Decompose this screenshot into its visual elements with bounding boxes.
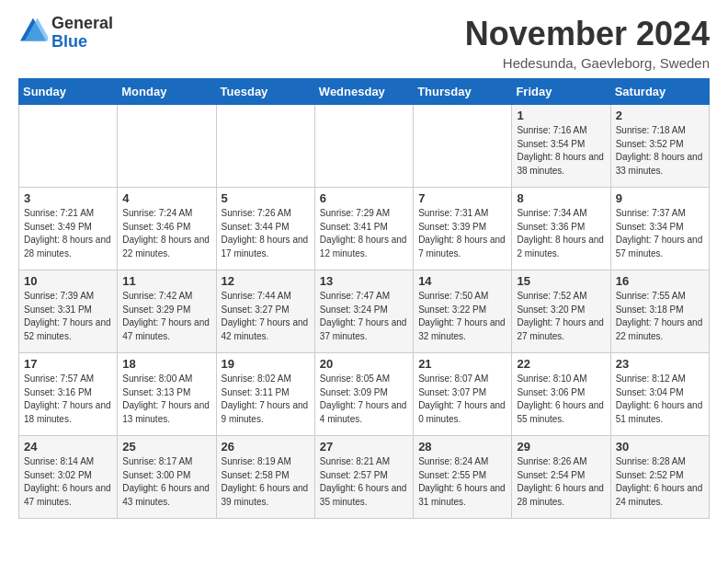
cell-info: Sunrise: 8:21 AM Sunset: 2:57 PM Dayligh… — [320, 455, 408, 509]
day-number: 26 — [222, 440, 310, 454]
day-number: 7 — [418, 191, 506, 205]
cell-info: Sunrise: 8:14 AM Sunset: 3:02 PM Dayligh… — [24, 455, 112, 509]
calendar-cell: 26Sunrise: 8:19 AM Sunset: 2:58 PM Dayli… — [216, 436, 314, 519]
day-number: 16 — [616, 274, 704, 288]
cell-info: Sunrise: 8:19 AM Sunset: 2:58 PM Dayligh… — [222, 455, 310, 509]
calendar-cell: 16Sunrise: 7:55 AM Sunset: 3:18 PM Dayli… — [610, 270, 709, 353]
month-title: November 2024 — [465, 15, 710, 53]
day-header-sunday: Sunday — [19, 79, 118, 105]
cell-info: Sunrise: 7:39 AM Sunset: 3:31 PM Dayligh… — [24, 290, 112, 343]
calendar-cell: 23Sunrise: 8:12 AM Sunset: 3:04 PM Dayli… — [610, 353, 709, 436]
day-number: 27 — [320, 440, 408, 454]
logo-general: General — [51, 15, 113, 33]
day-number: 22 — [517, 357, 605, 371]
calendar-cell: 5Sunrise: 7:26 AM Sunset: 3:44 PM Daylig… — [216, 188, 314, 270]
day-number: 28 — [418, 440, 506, 454]
calendar-cell: 28Sunrise: 8:24 AM Sunset: 2:55 PM Dayli… — [414, 436, 512, 519]
cell-info: Sunrise: 8:24 AM Sunset: 2:55 PM Dayligh… — [418, 455, 506, 509]
calendar-cell — [314, 105, 413, 188]
cell-info: Sunrise: 7:52 AM Sunset: 3:20 PM Dayligh… — [517, 290, 605, 343]
cell-info: Sunrise: 8:17 AM Sunset: 3:00 PM Dayligh… — [122, 455, 210, 509]
day-number: 6 — [320, 191, 408, 205]
day-number: 15 — [517, 274, 605, 288]
calendar-cell — [414, 105, 512, 188]
cell-info: Sunrise: 8:02 AM Sunset: 3:11 PM Dayligh… — [222, 373, 310, 426]
calendar-cell: 12Sunrise: 7:44 AM Sunset: 3:27 PM Dayli… — [216, 270, 314, 353]
calendar-cell: 21Sunrise: 8:07 AM Sunset: 3:07 PM Dayli… — [414, 353, 512, 436]
calendar-table: SundayMondayTuesdayWednesdayThursdayFrid… — [18, 78, 710, 519]
calendar-cell: 18Sunrise: 8:00 AM Sunset: 3:13 PM Dayli… — [118, 353, 216, 436]
cell-info: Sunrise: 7:21 AM Sunset: 3:49 PM Dayligh… — [24, 207, 112, 260]
day-header-saturday: Saturday — [610, 79, 709, 105]
calendar-cell: 6Sunrise: 7:29 AM Sunset: 3:41 PM Daylig… — [314, 188, 413, 270]
cell-info: Sunrise: 7:18 AM Sunset: 3:52 PM Dayligh… — [616, 124, 704, 178]
logo-icon — [18, 17, 48, 42]
calendar-cell: 11Sunrise: 7:42 AM Sunset: 3:29 PM Dayli… — [118, 270, 216, 353]
day-header-tuesday: Tuesday — [216, 79, 314, 105]
day-number: 2 — [616, 109, 704, 122]
calendar-cell: 4Sunrise: 7:24 AM Sunset: 3:46 PM Daylig… — [118, 188, 216, 270]
calendar-cell: 13Sunrise: 7:47 AM Sunset: 3:24 PM Dayli… — [314, 270, 413, 353]
cell-info: Sunrise: 8:07 AM Sunset: 3:07 PM Dayligh… — [418, 373, 506, 426]
cell-info: Sunrise: 7:55 AM Sunset: 3:18 PM Dayligh… — [616, 290, 704, 343]
cell-info: Sunrise: 7:26 AM Sunset: 3:44 PM Dayligh… — [222, 207, 310, 260]
day-number: 10 — [24, 274, 112, 288]
calendar-cell — [216, 105, 314, 188]
cell-info: Sunrise: 8:10 AM Sunset: 3:06 PM Dayligh… — [517, 373, 605, 426]
day-number: 9 — [616, 191, 704, 205]
page-header: General Blue November 2024 Hedesunda, Ga… — [18, 15, 710, 71]
cell-info: Sunrise: 7:47 AM Sunset: 3:24 PM Dayligh… — [320, 290, 408, 343]
calendar-cell: 2Sunrise: 7:18 AM Sunset: 3:52 PM Daylig… — [610, 105, 709, 188]
cell-info: Sunrise: 7:57 AM Sunset: 3:16 PM Dayligh… — [24, 373, 112, 426]
cell-info: Sunrise: 7:44 AM Sunset: 3:27 PM Dayligh… — [222, 290, 310, 343]
calendar-cell: 22Sunrise: 8:10 AM Sunset: 3:06 PM Dayli… — [512, 353, 610, 436]
cell-info: Sunrise: 8:05 AM Sunset: 3:09 PM Dayligh… — [320, 373, 408, 426]
calendar-cell: 24Sunrise: 8:14 AM Sunset: 3:02 PM Dayli… — [19, 436, 118, 519]
cell-info: Sunrise: 7:31 AM Sunset: 3:39 PM Dayligh… — [418, 207, 506, 260]
day-number: 12 — [222, 274, 310, 288]
calendar-cell: 29Sunrise: 8:26 AM Sunset: 2:54 PM Dayli… — [512, 436, 610, 519]
cell-info: Sunrise: 7:24 AM Sunset: 3:46 PM Dayligh… — [122, 207, 210, 260]
day-number: 20 — [320, 357, 408, 371]
day-number: 14 — [418, 274, 506, 288]
day-number: 23 — [616, 357, 704, 371]
calendar-cell: 3Sunrise: 7:21 AM Sunset: 3:49 PM Daylig… — [19, 188, 118, 270]
title-block: November 2024 Hedesunda, Gaevleborg, Swe… — [465, 15, 710, 71]
cell-info: Sunrise: 8:00 AM Sunset: 3:13 PM Dayligh… — [122, 373, 210, 426]
calendar-cell: 1Sunrise: 7:16 AM Sunset: 3:54 PM Daylig… — [512, 105, 610, 188]
day-number: 5 — [222, 191, 310, 205]
day-number: 21 — [418, 357, 506, 371]
calendar-cell: 25Sunrise: 8:17 AM Sunset: 3:00 PM Dayli… — [118, 436, 216, 519]
cell-info: Sunrise: 7:16 AM Sunset: 3:54 PM Dayligh… — [517, 124, 605, 178]
cell-info: Sunrise: 7:42 AM Sunset: 3:29 PM Dayligh… — [122, 290, 210, 343]
day-number: 30 — [616, 440, 704, 454]
location-subtitle: Hedesunda, Gaevleborg, Sweden — [465, 55, 710, 71]
calendar-cell: 14Sunrise: 7:50 AM Sunset: 3:22 PM Dayli… — [414, 270, 512, 353]
day-number: 13 — [320, 274, 408, 288]
calendar-cell: 20Sunrise: 8:05 AM Sunset: 3:09 PM Dayli… — [314, 353, 413, 436]
calendar-cell: 10Sunrise: 7:39 AM Sunset: 3:31 PM Dayli… — [19, 270, 118, 353]
day-number: 29 — [517, 440, 605, 454]
calendar-week-2: 3Sunrise: 7:21 AM Sunset: 3:49 PM Daylig… — [19, 188, 710, 270]
day-number: 25 — [122, 440, 210, 454]
calendar-cell: 15Sunrise: 7:52 AM Sunset: 3:20 PM Dayli… — [512, 270, 610, 353]
cell-info: Sunrise: 8:28 AM Sunset: 2:52 PM Dayligh… — [616, 455, 704, 509]
cell-info: Sunrise: 7:50 AM Sunset: 3:22 PM Dayligh… — [418, 290, 506, 343]
calendar-week-5: 24Sunrise: 8:14 AM Sunset: 3:02 PM Dayli… — [19, 436, 710, 519]
calendar-cell: 17Sunrise: 7:57 AM Sunset: 3:16 PM Dayli… — [19, 353, 118, 436]
calendar-week-4: 17Sunrise: 7:57 AM Sunset: 3:16 PM Dayli… — [19, 353, 710, 436]
cell-info: Sunrise: 7:29 AM Sunset: 3:41 PM Dayligh… — [320, 207, 408, 260]
calendar-cell — [19, 105, 118, 188]
day-number: 11 — [122, 274, 210, 288]
day-number: 19 — [222, 357, 310, 371]
calendar-cell: 8Sunrise: 7:34 AM Sunset: 3:36 PM Daylig… — [512, 188, 610, 270]
calendar-week-1: 1Sunrise: 7:16 AM Sunset: 3:54 PM Daylig… — [19, 105, 710, 188]
day-header-wednesday: Wednesday — [314, 79, 413, 105]
day-number: 1 — [517, 109, 605, 122]
cell-info: Sunrise: 8:12 AM Sunset: 3:04 PM Dayligh… — [616, 373, 704, 426]
day-number: 8 — [517, 191, 605, 205]
cell-info: Sunrise: 7:37 AM Sunset: 3:34 PM Dayligh… — [616, 207, 704, 260]
calendar-header-row: SundayMondayTuesdayWednesdayThursdayFrid… — [19, 79, 710, 105]
calendar-week-3: 10Sunrise: 7:39 AM Sunset: 3:31 PM Dayli… — [19, 270, 710, 353]
day-header-thursday: Thursday — [414, 79, 512, 105]
